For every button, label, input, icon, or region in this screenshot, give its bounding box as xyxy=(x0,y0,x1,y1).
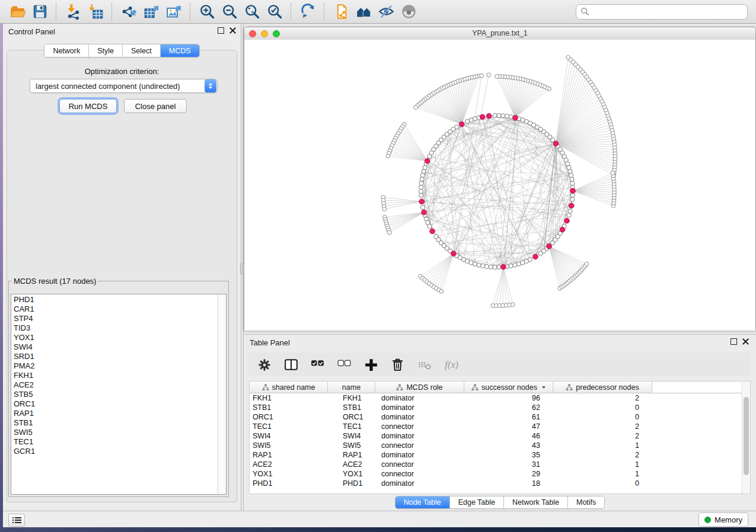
import-network-button[interactable] xyxy=(62,2,84,22)
cell-name: SWI4 xyxy=(328,431,375,441)
open-file-button[interactable] xyxy=(6,2,28,22)
result-node-item[interactable]: ORC1 xyxy=(14,399,218,409)
table-row[interactable]: TEC1TEC1connector472 xyxy=(250,422,750,431)
table-row[interactable]: PHD1PHD1dominator180 xyxy=(250,479,750,488)
hide-graphics-button[interactable] xyxy=(375,2,397,22)
table-row[interactable]: ORC1ORC1dominator610 xyxy=(250,412,750,422)
result-node-item[interactable]: SWI4 xyxy=(14,342,218,352)
float-panel-icon[interactable] xyxy=(731,338,737,345)
memory-button[interactable]: Memory xyxy=(698,512,748,527)
toolbar-separator xyxy=(111,3,113,21)
network-canvas[interactable] xyxy=(244,40,755,331)
import-table-button[interactable] xyxy=(84,2,107,22)
clear-table-button xyxy=(417,357,432,372)
close-panel-icon[interactable] xyxy=(229,27,236,34)
table-scrollbar[interactable] xyxy=(742,382,750,493)
run-mcds-button[interactable]: Run MCDS xyxy=(59,99,117,113)
table-row[interactable]: SWI5SWI5connector431 xyxy=(250,441,750,450)
cell-pred: 2 xyxy=(553,450,652,460)
tab-select[interactable]: Select xyxy=(123,44,161,57)
cell-pred: 0 xyxy=(553,479,652,488)
zoom-fit-button[interactable] xyxy=(241,2,263,22)
export-image-button[interactable] xyxy=(162,2,185,22)
result-node-item[interactable]: YOX1 xyxy=(14,333,218,342)
tab-edge-table[interactable]: Edge Table xyxy=(450,496,504,508)
scrollbar-thumb[interactable] xyxy=(744,397,749,475)
tab-style[interactable]: Style xyxy=(89,44,123,57)
result-node-item[interactable]: STB5 xyxy=(14,390,218,399)
delete-column-button[interactable] xyxy=(390,357,406,372)
export-network-icon xyxy=(121,4,137,20)
result-node-item[interactable]: PHD1 xyxy=(14,295,218,305)
table-row[interactable]: ACE2ACE2connector311 xyxy=(250,460,750,469)
select-all-button[interactable] xyxy=(310,357,326,372)
result-node-item[interactable]: GCR1 xyxy=(14,447,218,456)
task-history-button[interactable] xyxy=(8,514,25,527)
result-node-item[interactable]: TID3 xyxy=(14,323,218,333)
result-node-item[interactable]: PMA2 xyxy=(14,361,218,371)
column-header-MCDS-role[interactable]: MCDS role xyxy=(375,382,464,393)
result-node-item[interactable]: ACE2 xyxy=(14,380,218,390)
zoom-in-icon xyxy=(199,4,215,20)
export-table-button[interactable] xyxy=(140,2,162,22)
result-list-scrollbar[interactable] xyxy=(218,294,226,494)
criterion-dropdown[interactable]: largest connected component (undirected) xyxy=(30,79,218,93)
column-header-name[interactable]: name xyxy=(328,382,375,393)
close-panel-icon[interactable] xyxy=(742,338,749,345)
gear-button[interactable] xyxy=(257,357,272,372)
tab-motifs[interactable]: Motifs xyxy=(568,496,604,508)
tab-network-table[interactable]: Network Table xyxy=(504,496,568,508)
zoom-selected-button[interactable] xyxy=(263,2,286,22)
mcds-result-list[interactable]: PHD1CAR1STP4TID3YOX1SWI4SRD1PMA2FKH1ACE2… xyxy=(11,294,227,495)
result-node-item[interactable]: SRD1 xyxy=(14,352,218,361)
birdseye-view-button[interactable] xyxy=(397,2,420,22)
toolbar-separator xyxy=(291,3,292,21)
column-header-successor-nodes[interactable]: successor nodes xyxy=(464,382,553,393)
table-row[interactable]: STB1STB1dominator620 xyxy=(250,403,750,412)
import-network-icon xyxy=(65,4,81,20)
tab-network[interactable]: Network xyxy=(44,44,89,57)
deselect-all-button[interactable] xyxy=(337,357,352,372)
node-column-icon xyxy=(471,384,479,391)
result-node-item[interactable]: CAR1 xyxy=(14,305,218,314)
search-input[interactable] xyxy=(592,7,743,17)
network-nodes[interactable] xyxy=(381,56,617,308)
table-row[interactable]: RAP1RAP1dominator352 xyxy=(250,450,750,460)
refresh-layout-button[interactable] xyxy=(296,2,319,22)
close-panel-button[interactable]: Close panel xyxy=(124,99,187,113)
column-header-predecessor-nodes[interactable]: predecessor nodes xyxy=(553,382,652,393)
cell-succ: 29 xyxy=(464,469,553,479)
share-document-button[interactable] xyxy=(330,2,352,22)
cell-shared: ACE2 xyxy=(250,460,328,469)
cell-role: dominator xyxy=(375,450,464,460)
result-node-item[interactable]: STP4 xyxy=(14,314,218,323)
save-session-button[interactable] xyxy=(28,2,51,22)
table-row[interactable]: FKH1FKH1dominator962 xyxy=(250,393,750,403)
table-row[interactable]: YOX1YOX1connector291 xyxy=(250,469,750,479)
add-column-button[interactable] xyxy=(363,357,379,372)
control-panel: Control Panel NetworkStyleSelectMCDS Opt… xyxy=(3,24,241,511)
select-all-icon xyxy=(310,357,326,372)
result-node-item[interactable]: SWI5 xyxy=(14,428,218,437)
table-row[interactable]: SWI4SWI4dominator462 xyxy=(250,431,750,441)
cell-name: ORC1 xyxy=(328,412,375,422)
result-node-item[interactable]: RAP1 xyxy=(14,409,218,418)
network-window-titlebar[interactable]: YPA_prune.txt_1 xyxy=(244,27,755,40)
houses-button[interactable] xyxy=(352,2,375,22)
result-node-item[interactable]: TEC1 xyxy=(14,437,218,447)
application-window: Control Panel NetworkStyleSelectMCDS Opt… xyxy=(0,0,756,532)
search-box[interactable] xyxy=(576,4,748,20)
memory-status-icon xyxy=(704,517,711,523)
result-node-item[interactable]: STB1 xyxy=(14,418,218,428)
tab-node-table[interactable]: Node Table xyxy=(395,496,450,508)
tab-mcds[interactable]: MCDS xyxy=(161,44,199,57)
cell-name: YOX1 xyxy=(328,469,375,479)
result-node-item[interactable]: FKH1 xyxy=(14,371,218,380)
export-network-button[interactable] xyxy=(117,2,140,22)
zoom-in-button[interactable] xyxy=(196,2,218,22)
column-visibility-button[interactable] xyxy=(283,357,299,372)
toolbar-separator xyxy=(190,3,191,21)
column-header-shared-name[interactable]: shared name xyxy=(250,382,328,393)
zoom-out-button[interactable] xyxy=(218,2,241,22)
float-panel-icon[interactable] xyxy=(218,27,224,34)
